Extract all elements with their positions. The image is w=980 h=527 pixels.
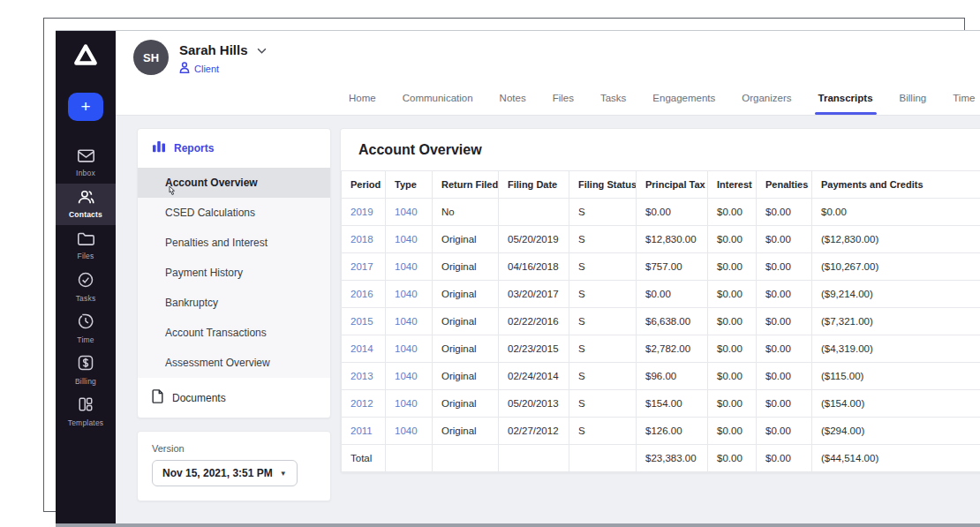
filing-date-cell: 04/16/2018 bbox=[499, 253, 569, 281]
filing-date-cell: 02/22/2016 bbox=[499, 308, 569, 335]
payments-credits-cell: ($7,321.00) bbox=[812, 308, 980, 335]
principal-tax-cell: $154.00 bbox=[637, 390, 708, 418]
principal-tax-cell: $126.00 bbox=[637, 418, 708, 445]
period-link[interactable]: 2014 bbox=[342, 335, 386, 363]
penalties-cell: $0.00 bbox=[757, 363, 812, 390]
sidebar-item-label: Time bbox=[77, 335, 94, 344]
bar-chart-icon bbox=[152, 140, 166, 156]
type-link[interactable]: 1040 bbox=[386, 308, 433, 335]
interest-cell: $0.00 bbox=[708, 418, 757, 445]
app-window: + Inbox bbox=[56, 30, 980, 527]
caret-down-icon: ▼ bbox=[280, 470, 287, 478]
payments-credits-cell: ($12,830.00) bbox=[812, 226, 980, 253]
tab-notes[interactable]: Notes bbox=[498, 93, 528, 115]
reports-title: Reports bbox=[174, 142, 214, 154]
type-link[interactable]: 1040 bbox=[386, 390, 433, 418]
penalties-cell: $0.00 bbox=[757, 199, 812, 226]
tab-communication[interactable]: Communication bbox=[401, 93, 475, 115]
account-overview-table: Period Type Return Filed Filing Date Fil… bbox=[341, 170, 980, 472]
tab-time[interactable]: Time bbox=[951, 93, 976, 115]
type-link[interactable]: 1040 bbox=[386, 253, 433, 281]
type-link[interactable]: 1040 bbox=[386, 199, 433, 226]
tab-tasks[interactable]: Tasks bbox=[599, 93, 628, 115]
documents-label: Documents bbox=[172, 392, 226, 404]
col-type: Type bbox=[386, 171, 433, 199]
payments-credits-cell: ($115.00) bbox=[812, 363, 980, 390]
interest-cell: $0.00 bbox=[708, 253, 757, 281]
reports-panel: Reports Account Overview CSED Calculatio… bbox=[137, 128, 331, 418]
canopy-logo-icon bbox=[72, 43, 99, 70]
period-link[interactable]: 2011 bbox=[342, 418, 386, 445]
type-link[interactable]: 1040 bbox=[386, 281, 433, 308]
col-principal-tax: Principal Tax bbox=[637, 171, 708, 199]
documents-row[interactable]: Documents bbox=[138, 378, 330, 418]
global-add-button[interactable]: + bbox=[68, 93, 103, 121]
payments-credits-cell: $0.00 bbox=[812, 199, 980, 226]
col-filing-date: Filing Date bbox=[499, 171, 569, 199]
period-link[interactable]: 2016 bbox=[342, 281, 386, 308]
report-item-assessment-overview[interactable]: Assessment Overview bbox=[138, 348, 330, 378]
tab-organizers[interactable]: Organizers bbox=[740, 93, 793, 115]
return-filed-cell: Original bbox=[433, 418, 499, 445]
type-link[interactable]: 1040 bbox=[386, 226, 433, 253]
table-body: 2019 1040 No S $0.00 $0.00 $0.00 $0.00 bbox=[342, 199, 980, 445]
report-item-penalties-and-interest[interactable]: Penalties and Interest bbox=[138, 228, 330, 258]
return-filed-cell: Original bbox=[433, 253, 499, 281]
sidebar-item-inbox[interactable]: Inbox bbox=[56, 142, 116, 184]
sidebar-item-files[interactable]: Files bbox=[56, 225, 116, 267]
tab-engagements[interactable]: Engagements bbox=[651, 93, 717, 115]
principal-tax-cell: $0.00 bbox=[637, 199, 708, 226]
sidebar-item-contacts[interactable]: Contacts bbox=[56, 184, 116, 225]
interest-cell: $0.00 bbox=[708, 390, 757, 418]
chevron-down-icon[interactable] bbox=[257, 41, 267, 57]
total-principal-tax: $23,383.00 bbox=[637, 445, 708, 472]
report-item-csed-calculations[interactable]: CSED Calculations bbox=[138, 198, 330, 228]
sidebar-item-billing[interactable]: Billing bbox=[56, 350, 116, 391]
type-link[interactable]: 1040 bbox=[386, 418, 433, 445]
version-dropdown[interactable]: Nov 15, 2021, 3:51 PM ▼ bbox=[152, 460, 298, 486]
period-link[interactable]: 2013 bbox=[342, 363, 386, 390]
principal-tax-cell: $0.00 bbox=[637, 281, 708, 308]
filing-status-cell: S bbox=[569, 390, 637, 418]
report-item-payment-history[interactable]: Payment History bbox=[138, 258, 330, 288]
return-filed-cell: No bbox=[433, 199, 499, 226]
type-link[interactable]: 1040 bbox=[386, 363, 433, 390]
tab-home[interactable]: Home bbox=[347, 93, 378, 115]
sidebar-item-templates[interactable]: Templates bbox=[56, 391, 116, 433]
sidebar-item-label: Tasks bbox=[76, 294, 96, 303]
return-filed-cell: Original bbox=[433, 363, 499, 390]
return-filed-cell: Original bbox=[433, 281, 499, 308]
report-item-account-transactions[interactable]: Account Transactions bbox=[138, 318, 330, 348]
return-filed-cell: Original bbox=[433, 226, 499, 253]
col-interest: Interest bbox=[708, 171, 757, 199]
tab-transcripts[interactable]: Transcripts bbox=[817, 93, 875, 115]
return-filed-cell: Original bbox=[433, 308, 499, 335]
type-link[interactable]: 1040 bbox=[386, 335, 433, 363]
reports-header[interactable]: Reports bbox=[138, 129, 330, 168]
period-link[interactable]: 2015 bbox=[342, 308, 386, 335]
penalties-cell: $0.00 bbox=[757, 226, 812, 253]
total-label: Total bbox=[342, 445, 386, 472]
client-name: Sarah Hills bbox=[179, 42, 248, 57]
tab-files[interactable]: Files bbox=[551, 93, 576, 115]
sidebar-item-tasks[interactable]: Tasks bbox=[56, 267, 116, 308]
table-row: 2014 1040 Original 02/23/2015 S $2,782.0… bbox=[342, 335, 980, 363]
col-period: Period bbox=[342, 171, 386, 199]
sidebar-nav: Inbox Contacts bbox=[56, 142, 116, 433]
report-item-bankruptcy[interactable]: Bankruptcy bbox=[138, 288, 330, 318]
version-label: Version bbox=[152, 443, 316, 454]
total-interest: $0.00 bbox=[708, 445, 757, 472]
client-tab-bar: Home Communication Notes Files Tasks Eng… bbox=[347, 93, 976, 115]
period-link[interactable]: 2019 bbox=[342, 199, 386, 226]
tab-billing[interactable]: Billing bbox=[898, 93, 929, 115]
period-link[interactable]: 2018 bbox=[342, 226, 386, 253]
table-row: 2015 1040 Original 02/22/2016 S $6,638.0… bbox=[342, 308, 980, 335]
penalties-cell: $0.00 bbox=[757, 281, 812, 308]
version-panel: Version Nov 15, 2021, 3:51 PM ▼ bbox=[137, 431, 331, 501]
client-type-badge[interactable]: Client bbox=[179, 62, 267, 75]
period-link[interactable]: 2017 bbox=[342, 253, 386, 281]
interest-cell: $0.00 bbox=[708, 335, 757, 363]
sidebar-item-time[interactable]: Time bbox=[56, 308, 116, 350]
period-link[interactable]: 2012 bbox=[342, 390, 386, 418]
table-row: 2011 1040 Original 02/27/2012 S $126.00 … bbox=[342, 418, 980, 445]
